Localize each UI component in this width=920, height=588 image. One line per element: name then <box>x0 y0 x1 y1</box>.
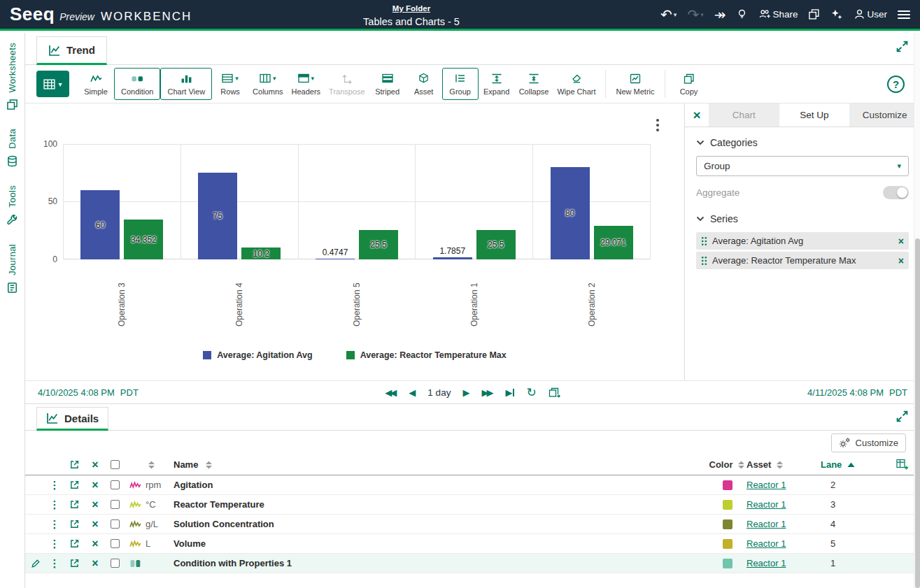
chart-bar[interactable]: 75 <box>198 173 237 259</box>
page-scrollbar[interactable] <box>914 33 920 588</box>
column-header-asset[interactable]: Asset <box>746 459 816 470</box>
step-back-full-button[interactable]: ◀◀ <box>385 388 397 397</box>
asset-link[interactable]: Reactor 1 <box>746 480 786 490</box>
maximize-trend-button[interactable] <box>896 40 909 56</box>
color-swatch[interactable] <box>723 519 733 529</box>
legend-item-reactor-temperature[interactable]: Average: Reactor Temperature Max <box>346 350 507 360</box>
step-forward-full-button[interactable]: ▶▶ <box>481 388 493 397</box>
chart-bar[interactable]: 25.5 <box>359 230 398 259</box>
row-checkbox[interactable] <box>111 559 120 568</box>
row-menu-button[interactable]: ⋮ <box>46 557 63 570</box>
column-header-lane[interactable]: Lane <box>816 459 885 470</box>
toolbar-asset-button[interactable]: Asset <box>406 68 442 100</box>
asset-link[interactable]: Reactor 1 <box>746 538 786 549</box>
tab-set-up[interactable]: Set Up <box>779 103 850 127</box>
ai-assistant-button[interactable] <box>830 8 843 20</box>
toolbar-transpose-button[interactable]: Transpose <box>325 68 369 100</box>
series-section-header[interactable]: Series <box>696 213 909 224</box>
chart-bar[interactable]: 60 <box>80 190 120 259</box>
suggestions-button[interactable] <box>736 8 748 20</box>
remove-row-button[interactable]: × <box>85 557 105 570</box>
chart-bar[interactable]: 80 <box>551 167 590 259</box>
step-forward-half-button[interactable]: ▶ <box>462 388 469 397</box>
chart-bar[interactable]: 25.5 <box>476 230 516 259</box>
color-swatch[interactable] <box>723 500 733 510</box>
details-customize-button[interactable]: Customize <box>831 433 906 452</box>
toolbar-chart-view-button[interactable]: Chart View <box>160 68 212 100</box>
row-checkbox[interactable] <box>111 539 120 548</box>
toolbar-group-button[interactable]: Group <box>442 68 479 100</box>
send-row-button[interactable] <box>63 480 85 490</box>
column-header-color[interactable]: Color <box>708 459 746 470</box>
step-back-half-button[interactable]: ◀ <box>409 388 416 397</box>
asset-link[interactable]: Reactor 1 <box>746 499 786 510</box>
send-row-button[interactable] <box>63 499 85 510</box>
row-menu-button[interactable]: ⋮ <box>46 499 63 511</box>
table-row-condition-with-properties[interactable]: ⋮ × Condition with Properties 1 Reactor … <box>25 554 920 573</box>
send-row-button[interactable] <box>63 538 85 549</box>
fast-forward-button[interactable]: ↠ <box>714 8 726 22</box>
legend-item-agitation[interactable]: Average: Agitation Avg <box>203 350 312 360</box>
range-duration[interactable]: 1 day <box>427 387 451 398</box>
remove-row-button[interactable]: × <box>85 538 105 550</box>
table-row-solution-concentration[interactable]: ⋮ × g/L Solution Concentration Reactor 1… <box>25 515 920 534</box>
series-item-agitation[interactable]: Average: Agitation Avg × <box>696 232 909 250</box>
tab-details[interactable]: Details <box>36 407 108 431</box>
sidebar-item-tools[interactable]: Tools <box>6 185 18 226</box>
color-swatch[interactable] <box>723 559 733 568</box>
toolbar-condition-button[interactable]: Condition <box>114 68 160 100</box>
step-to-now-button[interactable]: ▶ <box>505 388 514 397</box>
categories-section-header[interactable]: Categories <box>696 137 909 148</box>
row-checkbox[interactable] <box>111 519 120 529</box>
redo-button[interactable]: ↷ ▾ <box>687 8 703 22</box>
toolbar-new-metric-button[interactable]: New Metric <box>611 68 658 100</box>
table-mode-button[interactable]: ▾ <box>36 71 69 97</box>
toolbar-copy-button[interactable]: Copy <box>671 68 707 100</box>
chart-context-menu-button[interactable] <box>655 117 660 133</box>
maximize-details-button[interactable] <box>896 410 909 426</box>
remove-row-button[interactable]: × <box>85 499 105 511</box>
toolbar-collapse-button[interactable]: Collapse <box>515 68 553 100</box>
chart-bar[interactable] <box>433 257 472 259</box>
tab-trend[interactable]: Trend <box>36 36 107 65</box>
remove-series-button[interactable]: × <box>898 236 904 247</box>
scrollbar-thumb[interactable] <box>915 238 920 588</box>
row-menu-button[interactable]: ⋮ <box>46 479 63 492</box>
row-menu-button[interactable]: ⋮ <box>46 518 63 531</box>
toolbar-columns-button[interactable]: ▾ Columns <box>248 68 287 100</box>
duplicate-worksheet-button[interactable] <box>808 8 820 20</box>
table-row-volume[interactable]: ⋮ × L Volume Reactor 1 5 <box>25 534 920 554</box>
asset-link[interactable]: Reactor 1 <box>746 519 786 529</box>
sidebar-item-data[interactable]: Data <box>6 129 18 167</box>
table-row-agitation[interactable]: ⋮ × rpm Agitation Reactor 1 2 <box>25 475 920 495</box>
column-header-name[interactable]: Name <box>174 459 708 470</box>
toolbar-expand-button[interactable]: Expand <box>479 68 515 100</box>
series-item-reactor-temperature[interactable]: Average: Reactor Temperature Max × <box>696 252 909 269</box>
row-checkbox[interactable] <box>111 480 120 489</box>
help-button[interactable]: ? <box>887 76 905 93</box>
remove-series-button[interactable]: × <box>898 255 904 266</box>
remove-row-button[interactable]: × <box>85 479 105 492</box>
tab-chart[interactable]: Chart <box>709 103 779 127</box>
sidebar-item-worksheets[interactable]: Worksheets <box>6 43 18 110</box>
tab-customize[interactable]: Customize <box>849 103 920 127</box>
color-swatch[interactable] <box>723 480 733 490</box>
chart-bar[interactable]: 10.2 <box>241 248 281 259</box>
toolbar-simple-button[interactable]: Simple <box>78 68 114 100</box>
user-menu-button[interactable]: User <box>854 8 887 20</box>
range-start[interactable]: 4/10/2025 4:08 PM PDT <box>38 387 234 398</box>
breadcrumb-folder-link[interactable]: My Folder <box>392 4 430 13</box>
toolbar-headers-button[interactable]: ▾ Headers <box>288 68 325 100</box>
send-all-button[interactable] <box>63 459 85 470</box>
remove-all-button[interactable]: × <box>85 459 105 471</box>
asset-link[interactable]: Reactor 1 <box>746 558 786 568</box>
edit-condition-button[interactable] <box>25 559 46 568</box>
send-row-button[interactable] <box>63 558 85 568</box>
chart-bar[interactable] <box>316 259 355 259</box>
hamburger-menu-button[interactable] <box>898 10 910 19</box>
range-end[interactable]: 4/11/2025 4:08 PM PDT <box>712 387 907 398</box>
auto-update-button[interactable]: ↻ <box>526 387 536 399</box>
toolbar-striped-button[interactable]: Striped <box>369 68 406 100</box>
share-button[interactable]: Share <box>758 8 798 20</box>
row-checkbox[interactable] <box>111 500 120 509</box>
